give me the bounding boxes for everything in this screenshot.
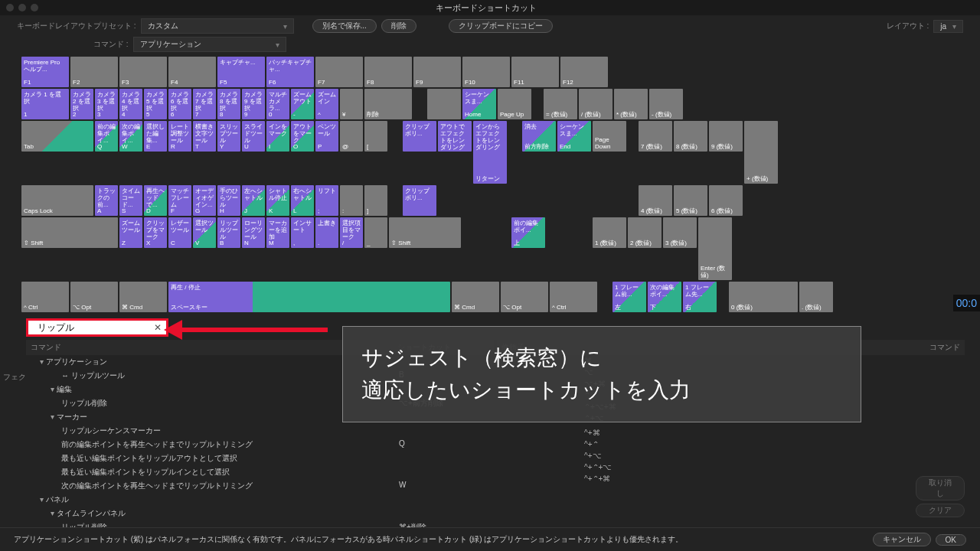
key[interactable]: マッチフレームF: [168, 185, 191, 216]
key[interactable]: 次の編集ポイ...W: [119, 121, 142, 152]
key[interactable]: ペンツールP: [315, 121, 338, 152]
key[interactable]: クリップボリ...: [403, 121, 436, 152]
key[interactable]: 次の編集ポイ...下: [648, 282, 681, 312]
key[interactable]: 選択した編集...E: [144, 121, 167, 152]
key[interactable]: ]: [364, 185, 387, 216]
side-tab-effects[interactable]: フェク: [0, 370, 29, 384]
cancel-button[interactable]: キャンセル: [873, 533, 931, 546]
key[interactable]: 上書き.: [315, 217, 338, 248]
key[interactable]: / (数値): [579, 89, 612, 119]
search-input[interactable]: [36, 321, 154, 334]
traffic-close[interactable]: [6, 4, 14, 11]
key[interactable]: @: [340, 121, 363, 152]
key[interactable]: . (数値): [799, 282, 833, 312]
layout-select[interactable]: ja: [933, 20, 963, 33]
key[interactable]: 再生 / 停止スペースキー: [168, 282, 450, 312]
key[interactable]: F9: [413, 57, 461, 87]
key[interactable]: ズームツールZ: [119, 217, 142, 248]
key[interactable]: 横書き文字ツールT: [193, 121, 216, 152]
key[interactable]: カメラ 4 を選択4: [119, 89, 142, 119]
key[interactable]: 3 (数値): [663, 217, 697, 248]
preset-select[interactable]: カスタム: [141, 18, 294, 34]
key[interactable]: カメラ 3 を選択3: [95, 89, 118, 119]
key[interactable]: 6 (数値): [709, 185, 743, 216]
key[interactable]: ズームアウト-: [291, 89, 314, 119]
key[interactable]: ⌥ Opt: [70, 282, 118, 312]
key[interactable]: 右へシャトルL: [291, 185, 314, 216]
key[interactable]: 前の編集ポイ...上: [511, 217, 545, 248]
key[interactable]: アウトをマークO: [291, 121, 314, 152]
key[interactable]: 前の編集ポイ...Q: [95, 121, 118, 152]
key[interactable]: 1 (数値): [593, 217, 626, 248]
key[interactable]: [427, 89, 461, 119]
key[interactable]: スライドツールU: [242, 121, 265, 152]
delete-button[interactable]: 削除: [381, 19, 416, 33]
key[interactable]: 9 (数値): [709, 121, 743, 152]
key[interactable]: Page Down: [593, 121, 626, 152]
key[interactable]: レザーツールC: [168, 217, 191, 248]
list-item[interactable]: ^+⌘: [497, 427, 965, 439]
key[interactable]: シャトル停止K: [266, 185, 289, 216]
undo-button[interactable]: 取り消し: [916, 476, 965, 500]
key[interactable]: オーディオゲイン...G: [193, 185, 216, 216]
key[interactable]: F8: [364, 57, 412, 87]
key[interactable]: クリップをマークX: [144, 217, 167, 248]
key[interactable]: カメラ 9 を選択9: [242, 89, 265, 119]
key[interactable]: マーカーを追加M: [266, 217, 289, 248]
key[interactable]: [: [364, 121, 387, 152]
key[interactable]: ⌥ Opt: [501, 282, 548, 312]
key[interactable]: バッチキャプチャ...F6: [266, 57, 314, 87]
key[interactable]: 7 (数値): [639, 121, 672, 152]
key[interactable]: Enter (数値): [698, 217, 732, 280]
ok-button[interactable]: OK: [936, 534, 966, 546]
key[interactable]: F10: [462, 57, 510, 87]
key[interactable]: - (数値): [649, 89, 683, 119]
list-item[interactable]: 前の編集ポイントを再生ヘッドまでリップルトリミングQ: [26, 438, 494, 452]
key[interactable]: リップルツールB: [217, 217, 240, 248]
key[interactable]: Page Up: [498, 89, 531, 119]
key[interactable]: 選択ツールV: [193, 217, 216, 248]
key[interactable]: 5 (数値): [674, 185, 707, 216]
key[interactable]: 手のひらツールH: [217, 185, 240, 216]
key[interactable]: F4: [168, 57, 216, 87]
key[interactable]: ⌘ Cmd: [119, 282, 167, 312]
key[interactable]: F7: [315, 57, 363, 87]
key[interactable]: トラックの前...A: [95, 185, 118, 216]
traffic-max[interactable]: [31, 4, 38, 11]
key[interactable]: 2 (数値): [628, 217, 662, 248]
search-box[interactable]: ✕: [26, 318, 168, 337]
key[interactable]: 4 (数値): [639, 185, 672, 216]
key[interactable]: Caps Lock: [21, 185, 93, 216]
clear-button[interactable]: クリア: [916, 504, 965, 517]
list-item[interactable]: 最も近い編集ポイントをリップルインとして選択: [26, 465, 494, 479]
key[interactable]: ローリングツールN: [242, 217, 265, 248]
list-item[interactable]: ^+⌥: [497, 450, 965, 461]
key[interactable]: 8 (数値): [674, 121, 707, 152]
copy-clipboard-button[interactable]: クリップボードにコピー: [449, 19, 553, 33]
key[interactable]: ^ Ctrl: [550, 282, 597, 312]
key[interactable]: * (数値): [614, 89, 648, 119]
key[interactable]: 左へシャトルJ: [242, 185, 265, 216]
key[interactable]: Premiere Pro ヘルプ...F1: [21, 57, 69, 87]
key[interactable]: カメラ 6 を選択6: [168, 89, 191, 119]
key[interactable]: ズームイン^: [315, 89, 338, 119]
key[interactable]: クリップボリ...: [403, 185, 436, 216]
key[interactable]: ⌘ Cmd: [452, 282, 499, 312]
key[interactable]: 削除: [364, 89, 412, 119]
key[interactable]: _: [364, 217, 387, 248]
clear-search-icon[interactable]: ✕: [154, 322, 162, 333]
key[interactable]: + (数値): [744, 121, 778, 184]
key[interactable]: ⇧ Shift: [389, 217, 461, 248]
key[interactable]: = (数値): [544, 89, 577, 119]
key[interactable]: 選択項目をマーク/: [340, 217, 363, 248]
key[interactable]: カメラ 5 を選択5: [144, 89, 167, 119]
key[interactable]: ¥: [340, 89, 363, 119]
traffic-min[interactable]: [18, 4, 26, 11]
key[interactable]: キャプチャ...F5: [217, 57, 265, 87]
list-item[interactable]: ^+⌃: [497, 439, 965, 450]
key[interactable]: レート調整ツールR: [168, 121, 191, 152]
key[interactable]: F11: [511, 57, 559, 87]
key[interactable]: F2: [70, 57, 118, 87]
key[interactable]: Tab: [21, 121, 93, 152]
key[interactable]: F3: [119, 57, 167, 87]
